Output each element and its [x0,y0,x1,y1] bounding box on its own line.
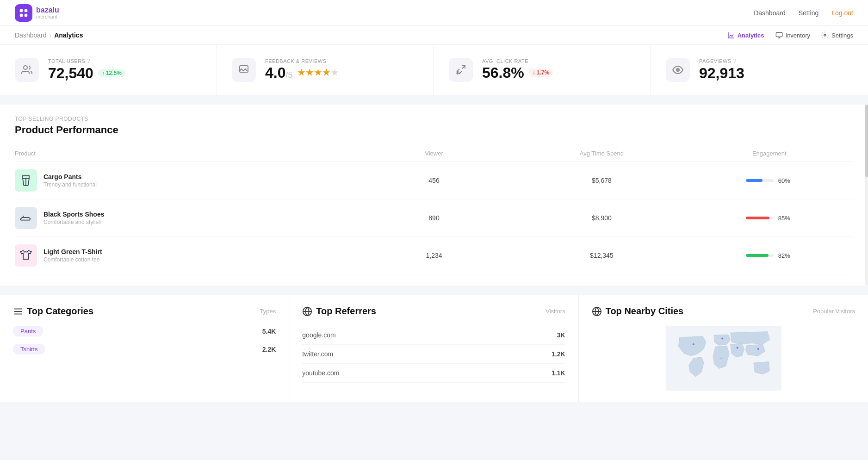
product-desc-tshirt: Comfortable cotton tee [43,256,102,263]
referrer-item-google: google.com 3K [302,326,565,345]
stat-feedback-icon [232,58,256,82]
svg-point-5 [824,34,826,36]
product-desc-cargo: Trendy and functional [43,181,97,188]
nav-links: Dashboard Setting Log out [754,9,853,17]
settings-icon [821,31,829,39]
stat-click-badge: ↓ 1.7% [529,68,553,77]
world-map [592,326,855,391]
referrers-title: Top Referrers [302,306,376,317]
stat-pageviews-value: 92,913 [699,64,744,82]
col-engagement: Engagement [686,150,853,157]
product-name-tshirt: Light Green T-Shirt [43,248,102,255]
stat-total-users: TOTAL USERS ? 72,540 ↑ 12.5% [0,45,217,95]
table-header: Product Viewer Avg Time Spend Engagement [15,145,853,162]
table-row: Black Sports Shoes Comfortable and styli… [15,199,853,237]
cargo-pants-icon [19,174,32,187]
stat-click-value: 56.8% ↓ 1.7% [482,64,553,81]
col-viewer: Viewer [350,150,518,157]
progress-bg-tshirt [746,254,774,257]
category-tag-tshirts: Tshirts [13,344,45,354]
progress-bg-shoes [746,217,774,219]
section-title: Product Performance [15,124,853,136]
svg-rect-4 [776,32,782,37]
breadcrumb: Dashboard › Analytics [15,31,83,39]
cities-title: Top Nearby Cities [592,306,684,317]
logo-text: bazalu merchant [36,6,59,20]
referrers-icon [302,306,312,317]
stats-row: TOTAL USERS ? 72,540 ↑ 12.5% FEEDBACK & … [0,45,868,95]
svg-rect-0 [20,9,23,12]
panel-top-cities: Top Nearby Cities Popular Visitors [579,295,868,402]
stat-users-label: TOTAL USERS ? [48,58,125,64]
stat-users-badge: ↑ 12.5% [98,69,125,77]
star-5: ★ [331,68,338,78]
svg-rect-3 [25,13,27,16]
categories-icon [13,306,23,317]
action-settings-label: Settings [831,32,853,39]
engagement-tshirt: 82% [686,252,853,259]
stat-pageviews-icon [666,58,690,82]
progress-fill-cargo [746,179,763,182]
stat-feedback-label: FEEDBACK & REVIEWS [265,58,338,64]
pct-cargo: 60% [778,177,793,184]
referrer-name-youtube: youtube.com [302,369,339,377]
stat-pageviews: PAGEVIEWS ? 92,913 [651,45,868,95]
product-thumb-cargo [15,169,37,192]
avgtime-shoes: $8,900 [518,214,685,222]
stat-feedback-info: FEEDBACK & REVIEWS 4.0/5 ★ ★ ★ ★ ★ [265,58,338,81]
action-analytics[interactable]: Analytics [727,31,764,39]
referrer-name-twitter: twitter.com [302,350,333,358]
viewer-cargo: 456 [350,177,518,184]
nav-dashboard[interactable]: Dashboard [754,9,786,17]
cities-header: Top Nearby Cities Popular Visitors [592,306,855,317]
tshirt-icon [19,249,32,262]
viewer-tshirt: 1,234 [350,252,518,259]
referrer-item-youtube: youtube.com 1.1K [302,364,565,383]
breadcrumb-separator: › [50,31,52,39]
panel-top-categories: Top Categories Types Pants 5.4K Tshirts … [0,295,289,402]
engagement-cargo: 60% [686,177,853,184]
analytics-icon [727,31,735,39]
referrer-name-google: google.com [302,331,335,339]
pct-shoes: 85% [778,215,793,222]
svg-rect-1 [25,9,27,12]
svg-point-19 [736,347,738,349]
logo: bazalu merchant [15,4,59,22]
avgtime-cargo: $5,678 [518,177,685,184]
star-1: ★ [298,68,305,78]
scrollbar-thumb[interactable] [865,105,868,177]
svg-point-6 [24,66,27,69]
referrers-list: google.com 3K twitter.com 1.2K youtube.c… [302,326,565,383]
engagement-shoes: 85% [686,215,853,222]
star-4: ★ [322,68,330,78]
action-inventory[interactable]: Inventory [775,31,810,39]
logo-sub: merchant [36,14,59,19]
scrollbar-track[interactable] [865,105,868,286]
stat-feedback: FEEDBACK & REVIEWS 4.0/5 ★ ★ ★ ★ ★ [217,45,434,95]
help-icon: ? [87,58,90,64]
cities-sub: Popular Visitors [813,308,855,315]
cities-icon [592,306,602,317]
category-item-tshirts: Tshirts 2.2K [13,344,276,354]
col-avg-time: Avg Time Spend [518,150,685,157]
sports-shoes-icon [19,211,32,224]
stat-pageviews-info: PAGEVIEWS ? 92,913 [699,58,744,82]
product-desc-shoes: Comfortable and stylish [43,219,105,225]
table-row: Light Green T-Shirt Comfortable cotton t… [15,237,853,274]
stat-click-rate: AVG. CLICK RATE 56.8% ↓ 1.7% [434,45,651,95]
stat-feedback-value: 4.0/5 ★ ★ ★ ★ ★ [265,64,338,81]
category-count-tshirts: 2.2K [262,346,276,353]
nav-setting[interactable]: Setting [799,9,819,17]
product-name-cargo: Cargo Pants [43,173,97,180]
stat-users-icon [15,58,39,82]
action-settings[interactable]: Settings [821,31,853,39]
col-product: Product [15,150,350,157]
product-cell-cargo: Cargo Pants Trendy and functional [15,169,350,192]
product-thumb-shoes [15,207,37,229]
section-sublabel: Top Selling Products [15,116,853,122]
referrers-header: Top Referrers Visitors [302,306,565,317]
referrer-count-google: 3K [557,331,565,339]
breadcrumb-parent[interactable]: Dashboard [15,31,47,39]
star-3: ★ [314,68,322,78]
nav-logout[interactable]: Log out [831,9,853,17]
